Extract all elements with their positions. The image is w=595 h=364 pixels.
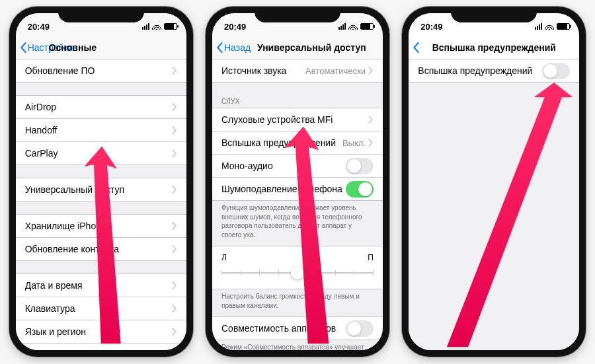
balance-left-label: Л: [221, 253, 227, 262]
row-handoff[interactable]: Handoff: [16, 118, 186, 142]
battery-icon: [164, 23, 177, 30]
chevron-right-icon: [172, 126, 177, 134]
battery-icon: [360, 23, 374, 30]
phone-3: 20:49 Вспышка предупреждений Вспышка пре…: [402, 7, 586, 357]
row-software-update[interactable]: Обновление ПО: [16, 59, 186, 83]
flash-value: Выкл.: [342, 138, 366, 148]
chevron-right-icon: [368, 116, 374, 124]
settings-list[interactable]: Источник звука Автоматически СЛУХ Слухов…: [212, 59, 383, 350]
notch: [255, 7, 340, 22]
nav-bar: Вспышка предупреждений: [409, 36, 579, 59]
back-button[interactable]: [413, 42, 420, 53]
compat-switch[interactable]: [346, 320, 374, 337]
row-hearing-compat[interactable]: Совместимость аппаратов: [212, 316, 383, 340]
wifi-icon: [348, 23, 358, 30]
settings-list[interactable]: Обновление ПО AirDrop Handoff CarPlay: [16, 59, 186, 350]
section-header-hearing: СЛУХ: [212, 95, 383, 108]
row-balance-slider[interactable]: Л П: [212, 246, 383, 289]
back-button[interactable]: Настройки: [20, 42, 73, 53]
chevron-left-icon: [413, 42, 420, 53]
back-label: Настройки: [28, 42, 73, 53]
row-storage[interactable]: Хранилище iPhone: [16, 214, 186, 238]
row-carplay[interactable]: CarPlay: [16, 141, 186, 165]
chevron-left-icon: [216, 42, 223, 53]
chevron-right-icon: [368, 139, 374, 147]
chevron-left-icon: [20, 42, 27, 53]
row-led-flash-alerts[interactable]: Вспышка предупреждений Выкл.: [212, 131, 383, 155]
row-audio-source[interactable]: Источник звука Автоматически: [212, 59, 383, 83]
back-label: Назад: [224, 42, 251, 53]
row-hearing-devices[interactable]: Слуховые устройства MFi: [212, 108, 383, 131]
signal-icon: [142, 23, 149, 30]
chevron-right-icon: [368, 67, 374, 75]
status-time: 20:49: [28, 22, 50, 32]
settings-list[interactable]: Вспышка предупреждений: [409, 59, 579, 350]
row-date-time[interactable]: Дата и время: [16, 273, 186, 297]
wifi-icon: [545, 23, 554, 30]
row-mono-audio[interactable]: Моно-аудио: [212, 154, 383, 178]
wifi-icon: [152, 23, 161, 30]
nav-title: Вспышка предупреждений: [409, 42, 579, 53]
balance-slider[interactable]: [221, 266, 374, 279]
nav-bar: Настройки Основные: [16, 36, 186, 59]
notch: [451, 7, 537, 22]
chevron-right-icon: [172, 103, 177, 111]
chevron-right-icon: [172, 222, 177, 230]
chevron-right-icon: [172, 281, 177, 289]
led-flash-switch[interactable]: [542, 63, 570, 79]
row-accessibility[interactable]: Универсальный доступ: [16, 178, 186, 201]
signal-icon: [535, 23, 542, 30]
row-led-flash-toggle[interactable]: Вспышка предупреждений: [409, 59, 579, 83]
mono-audio-switch[interactable]: [346, 158, 374, 174]
chevron-right-icon: [172, 328, 177, 336]
phone-1: 20:49 Настройки Основные Обновление ПО: [9, 7, 193, 357]
nav-bar: Назад Универсальный доступ: [212, 36, 383, 59]
row-keyboard[interactable]: Клавиатура: [16, 297, 186, 320]
chevron-right-icon: [172, 149, 177, 157]
chevron-right-icon: [172, 186, 177, 194]
chevron-right-icon: [172, 245, 177, 253]
footer-noise: Функция шумоподавления снижает уровень в…: [212, 200, 383, 240]
audio-source-value: Автоматически: [305, 66, 366, 76]
balance-right-label: П: [368, 253, 374, 262]
phone-2: 20:49 Назад Универсальный доступ Источни…: [206, 7, 389, 357]
footer-compat: Режим «Совместимость аппаратов» улучшает…: [212, 340, 383, 350]
row-background-refresh[interactable]: Обновление контента: [16, 237, 186, 261]
back-button[interactable]: Назад: [216, 42, 251, 53]
row-dictionary[interactable]: Словарь: [16, 343, 186, 350]
battery-icon: [557, 23, 570, 30]
status-time: 20:49: [224, 22, 246, 32]
status-time: 20:49: [420, 22, 442, 32]
chevron-right-icon: [172, 67, 177, 75]
footer-balance: Настроить баланс громкости между левым и…: [212, 289, 383, 311]
row-language-region[interactable]: Язык и регион: [16, 320, 186, 344]
noise-cancel-switch[interactable]: [346, 181, 374, 198]
signal-icon: [338, 23, 346, 30]
row-airdrop[interactable]: AirDrop: [16, 95, 186, 119]
chevron-right-icon: [172, 305, 177, 312]
row-noise-cancellation[interactable]: Шумоподавление телефона: [212, 177, 383, 201]
notch: [58, 7, 144, 22]
